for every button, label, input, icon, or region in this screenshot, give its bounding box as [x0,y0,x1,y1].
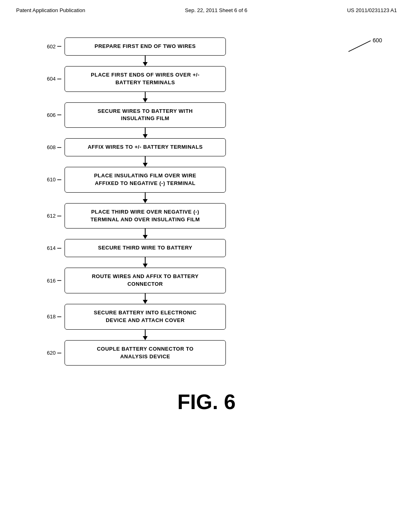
figure-label: FIG. 6 [0,390,413,430]
svg-marker-11 [143,199,148,203]
step-box-602: PREPARE FIRST END OF TWO WIRES [65,37,226,56]
step-row: 610PLACE INSULATING FILM OVER WIRE AFFIX… [16,167,397,193]
step-arrow-2 [16,128,397,138]
svg-marker-13 [143,235,148,239]
bracket-icon [57,244,65,252]
step-row: 602PREPARE FIRST END OF TWO WIRES [16,37,397,56]
svg-marker-17 [143,300,148,304]
step-ref-602: 602 [47,44,56,50]
step-box-618: SECURE BATTERY INTO ELECTRONIC DEVICE AN… [65,304,226,330]
step-box-614: SECURE THIRD WIRE TO BATTERY [65,239,226,257]
header-right: US 2011/0231123 A1 [347,7,397,13]
arrow-icon [142,229,148,239]
step-ref-610: 610 [47,177,56,183]
diagram-area: 600 602PREPARE FIRST END OF TWO WIRES604… [0,37,413,378]
svg-marker-3 [143,62,148,66]
bracket-icon [57,42,65,50]
step-arrow-8 [16,330,397,340]
step-ref-618: 618 [47,314,56,320]
step-row: 620COUPLE BATTERY CONNECTOR TO ANALYSIS … [16,340,397,366]
step-arrow-5 [16,229,397,239]
bracket-icon [57,349,65,357]
step-arrow-4 [16,193,397,203]
bracket-icon [57,111,65,119]
svg-marker-9 [143,163,148,167]
step-row: 604PLACE FIRST ENDS OF WIRES OVER +/- BA… [16,66,397,92]
step-arrow-7 [16,293,397,304]
bracket-icon [57,143,65,152]
step-box-620: COUPLE BATTERY CONNECTOR TO ANALYSIS DEV… [65,340,226,366]
bracket-icon [57,313,65,321]
svg-marker-15 [143,264,148,268]
step-row: 614SECURE THIRD WIRE TO BATTERY [16,239,397,257]
step-row: 606SECURE WIRES TO BATTERY WITH INSULATI… [16,102,397,128]
arrow-icon [142,156,148,167]
step-ref-608: 608 [47,144,56,150]
page-header: Patent Application Publication Sep. 22, … [0,0,413,13]
arrow-icon [142,330,148,340]
step-ref-612: 612 [47,213,56,219]
step-box-612: PLACE THIRD WIRE OVER NEGATIVE (-) TERMI… [65,203,226,229]
header-left: Patent Application Publication [16,7,85,13]
step-row: 612PLACE THIRD WIRE OVER NEGATIVE (-) TE… [16,203,397,229]
step-row: 618SECURE BATTERY INTO ELECTRONIC DEVICE… [16,304,397,330]
step-row: 616ROUTE WIRES AND AFFIX TO BATTERY CONN… [16,268,397,293]
step-ref-614: 614 [47,245,56,251]
arrow-icon [142,257,148,268]
step-box-616: ROUTE WIRES AND AFFIX TO BATTERY CONNECT… [65,268,226,293]
step-arrow-6 [16,257,397,268]
bracket-icon [57,176,65,184]
svg-marker-5 [143,98,148,102]
arrow-icon [142,128,148,138]
arrow-icon [142,193,148,203]
step-box-604: PLACE FIRST ENDS OF WIRES OVER +/- BATTE… [65,66,226,92]
bracket-icon [57,276,65,285]
step-ref-616: 616 [47,278,56,284]
arrow-icon [142,293,148,304]
arrow-icon [142,92,148,102]
step-arrow-3 [16,156,397,167]
bracket-icon [57,75,65,83]
step-ref-606: 606 [47,112,56,118]
step-ref-620: 620 [47,350,56,356]
step-box-610: PLACE INSULATING FILM OVER WIRE AFFIXED … [65,167,226,193]
arrow-icon [142,56,148,66]
step-box-608: AFFIX WIRES TO +/- BATTERY TERMINALS [65,138,226,156]
header-middle: Sep. 22, 2011 Sheet 6 of 6 [185,7,248,13]
step-ref-604: 604 [47,76,56,82]
step-arrow-1 [16,92,397,102]
svg-marker-19 [143,336,148,340]
bracket-icon [57,212,65,220]
step-row: 608AFFIX WIRES TO +/- BATTERY TERMINALS [16,138,397,156]
svg-marker-7 [143,134,148,138]
flowchart: 602PREPARE FIRST END OF TWO WIRES604PLAC… [16,37,397,378]
step-arrow-0 [16,56,397,66]
step-box-606: SECURE WIRES TO BATTERY WITH INSULATING … [65,102,226,128]
